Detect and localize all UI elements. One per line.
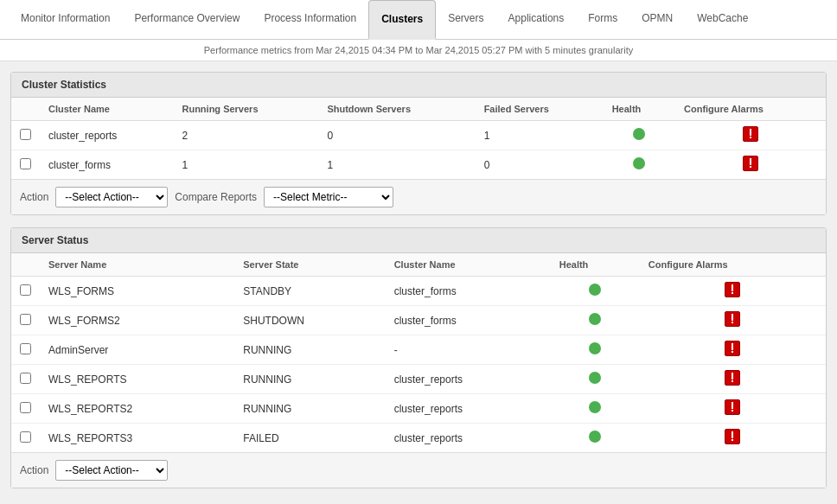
cluster-statistics-panel: Cluster Statistics Cluster Name Running …: [10, 72, 827, 215]
nav-item-servers[interactable]: Servers: [436, 0, 495, 39]
alarm-icon[interactable]: [743, 156, 758, 171]
server-row-cb-4: [11, 394, 40, 424]
cluster-col-health: Health: [604, 98, 675, 121]
server-checkbox-0[interactable]: [20, 284, 31, 296]
server-checkbox-2[interactable]: [20, 343, 31, 354]
cluster-col-alarms: Configure Alarms: [675, 98, 826, 121]
server-row-cluster-2: -: [386, 335, 551, 365]
server-row-health-0: [551, 277, 640, 306]
cluster-col-name: Cluster Name: [40, 98, 173, 121]
server-row-state-5: FAILED: [234, 424, 385, 453]
server-row-name-5: WLS_REPORTS3: [40, 424, 234, 453]
server-row-alarm-4[interactable]: [640, 394, 826, 424]
server-row-alarm-2[interactable]: [640, 335, 826, 365]
nav-item-webcache[interactable]: WebCache: [685, 0, 760, 39]
cluster-checkbox-0[interactable]: [20, 129, 31, 140]
cluster-col-checkbox: [11, 98, 40, 121]
cluster-action-select[interactable]: --Select Action--: [55, 187, 168, 207]
alarm-icon[interactable]: [725, 429, 740, 444]
cluster-row-name-1: cluster_forms: [40, 150, 173, 180]
server-row-alarm-0[interactable]: [640, 277, 826, 306]
server-row-health-5: [551, 424, 640, 453]
server-checkbox-1[interactable]: [20, 314, 31, 325]
health-dot: [589, 342, 601, 354]
server-row-alarm-3[interactable]: [640, 365, 826, 394]
server-row-name-3: WLS_REPORTS: [40, 365, 234, 394]
server-table-row: WLS_FORMS2 SHUTDOWN cluster_forms: [11, 306, 826, 335]
health-dot: [633, 157, 645, 169]
server-row-cluster-5: cluster_reports: [386, 424, 551, 453]
alarm-icon[interactable]: [725, 341, 740, 356]
nav-item-clusters[interactable]: Clusters: [368, 0, 436, 40]
health-dot: [589, 372, 601, 384]
server-row-alarm-1[interactable]: [640, 306, 826, 335]
server-col-alarms: Configure Alarms: [640, 253, 826, 277]
server-status-header: Server Status: [11, 228, 826, 253]
alarm-icon[interactable]: [725, 282, 740, 297]
cluster-row-alarm-1[interactable]: [675, 150, 826, 180]
nav-item-forms[interactable]: Forms: [576, 0, 629, 39]
server-row-cb-0: [11, 277, 40, 306]
server-col-checkbox: [11, 253, 40, 277]
server-table-row: WLS_REPORTS3 FAILED cluster_reports: [11, 424, 826, 453]
server-row-name-0: WLS_FORMS: [40, 277, 234, 306]
server-row-health-1: [551, 306, 640, 335]
alarm-icon[interactable]: [725, 370, 740, 386]
alarm-icon[interactable]: [725, 311, 740, 327]
server-table-row: WLS_REPORTS RUNNING cluster_reports: [11, 365, 826, 394]
server-table-row: WLS_REPORTS2 RUNNING cluster_reports: [11, 394, 826, 424]
cluster-row-running-1: 1: [173, 150, 318, 180]
server-row-alarm-5[interactable]: [640, 424, 826, 453]
cluster-row-alarm-0[interactable]: [675, 121, 826, 150]
nav-item-applications[interactable]: Applications: [496, 0, 577, 39]
server-action-select[interactable]: --Select Action--: [55, 460, 168, 481]
cluster-statistics-header: Cluster Statistics: [11, 73, 826, 98]
cluster-row-failed-0: 1: [476, 121, 604, 150]
server-row-state-1: SHUTDOWN: [234, 306, 385, 335]
server-row-cluster-1: cluster_forms: [386, 306, 551, 335]
server-col-name: Server Name: [40, 253, 234, 277]
server-row-cb-1: [11, 306, 40, 335]
server-row-cb-2: [11, 335, 40, 365]
cluster-col-running: Running Servers: [173, 98, 318, 121]
alarm-icon[interactable]: [725, 399, 740, 415]
cluster-statistics-table: Cluster Name Running Servers Shutdown Se…: [11, 98, 826, 179]
cluster-col-shutdown: Shutdown Servers: [318, 98, 475, 121]
cluster-checkbox-1[interactable]: [20, 158, 31, 169]
server-checkbox-4[interactable]: [20, 402, 31, 413]
server-row-health-2: [551, 335, 640, 365]
server-table-row: AdminServer RUNNING -: [11, 335, 826, 365]
cluster-row-shutdown-1: 1: [318, 150, 475, 180]
server-action-bar: Action --Select Action--: [11, 452, 826, 488]
alarm-icon[interactable]: [743, 126, 758, 142]
cluster-metric-select[interactable]: --Select Metric--: [264, 187, 393, 207]
server-row-state-0: STANDBY: [234, 277, 385, 306]
server-row-cluster-3: cluster_reports: [386, 365, 551, 394]
server-checkbox-3[interactable]: [20, 373, 31, 384]
server-checkbox-5[interactable]: [20, 431, 31, 443]
server-row-health-3: [551, 365, 640, 394]
nav-item-monitor-information[interactable]: Monitor Information: [9, 0, 122, 39]
nav-item-opmn[interactable]: OPMN: [629, 0, 685, 39]
compare-reports-label: Compare Reports: [175, 191, 257, 203]
cluster-row-cb-0: [11, 121, 40, 150]
cluster-table-row: cluster_reports 2 0 1: [11, 121, 826, 150]
cluster-action-label: Action: [20, 191, 48, 203]
server-row-state-4: RUNNING: [234, 394, 385, 424]
nav-item-process-information[interactable]: Process Information: [252, 0, 368, 39]
server-row-state-3: RUNNING: [234, 365, 385, 394]
cluster-table-header-row: Cluster Name Running Servers Shutdown Se…: [11, 98, 826, 121]
health-dot: [589, 401, 601, 413]
cluster-col-failed: Failed Servers: [476, 98, 604, 121]
cluster-row-health-1: [604, 150, 675, 180]
server-row-health-4: [551, 394, 640, 424]
server-row-cluster-4: cluster_reports: [386, 394, 551, 424]
cluster-row-cb-1: [11, 150, 40, 180]
server-row-name-1: WLS_FORMS2: [40, 306, 234, 335]
server-table-row: WLS_FORMS STANDBY cluster_forms: [11, 277, 826, 306]
cluster-row-health-0: [604, 121, 675, 150]
server-row-state-2: RUNNING: [234, 335, 385, 365]
nav-item-performance-overview[interactable]: Performance Overview: [122, 0, 252, 39]
cluster-action-bar: Action --Select Action-- Compare Reports…: [11, 179, 826, 214]
cluster-row-name-0: cluster_reports: [40, 121, 173, 150]
